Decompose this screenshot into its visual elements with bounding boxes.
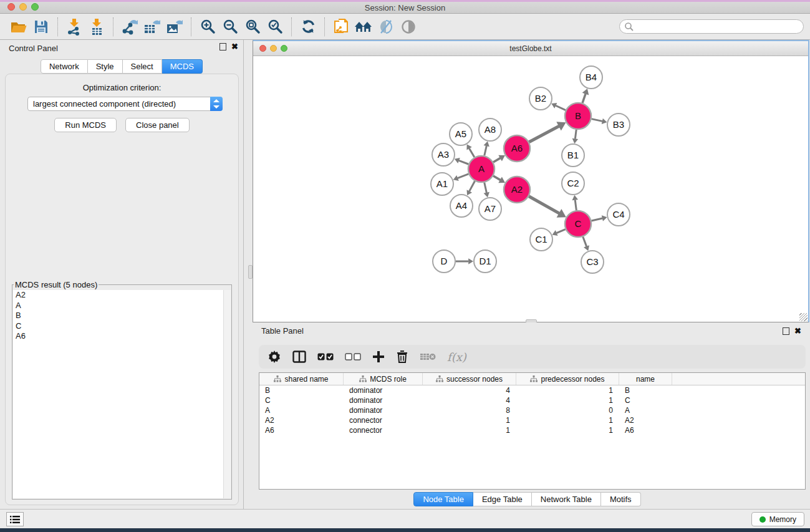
table-cell[interactable]: connector	[344, 425, 423, 435]
task-history-button[interactable]	[6, 512, 24, 526]
zoom-in-button[interactable]	[196, 16, 219, 37]
export-image-button[interactable]	[163, 16, 186, 37]
add-column-button[interactable]	[372, 349, 385, 365]
delete-column-button[interactable]	[396, 349, 408, 365]
hide-panel-button[interactable]	[375, 16, 397, 37]
float-panel-icon[interactable]	[783, 327, 789, 335]
result-item[interactable]: B	[13, 311, 231, 321]
table-cell[interactable]: 0	[516, 405, 619, 415]
close-window-button[interactable]	[7, 3, 15, 11]
table-cell[interactable]: 1	[423, 415, 516, 425]
mcds-result-list[interactable]: A2ABCA6	[13, 290, 231, 498]
table-cell[interactable]: 1	[516, 385, 619, 395]
table-cell[interactable]: dominator	[344, 405, 423, 415]
table-cell[interactable]: 4	[423, 385, 516, 395]
table-cell[interactable]: connector	[344, 415, 423, 425]
criterion-select[interactable]: largest connected component (directed)	[27, 97, 223, 111]
duplicate-network-button[interactable]	[330, 16, 352, 37]
edge-B-B2[interactable]	[556, 105, 566, 110]
resize-grip[interactable]	[799, 313, 808, 321]
table-cell[interactable]: 1	[516, 425, 619, 435]
table-cell[interactable]: A	[259, 405, 344, 415]
table-row[interactable]: A2connector11A2	[259, 415, 805, 425]
table-cell[interactable]: 1	[423, 425, 516, 435]
memory-button[interactable]: Memory	[751, 512, 804, 526]
import-network-button[interactable]	[63, 16, 85, 37]
tab-select[interactable]: Select	[123, 59, 162, 74]
tab-network-table[interactable]: Network Table	[532, 492, 601, 506]
toggle-columns-button[interactable]	[292, 349, 306, 365]
export-table-button[interactable]	[141, 16, 163, 37]
delete-table-button[interactable]	[420, 349, 436, 365]
table-cell[interactable]: A6	[259, 425, 344, 435]
edge-A2-C[interactable]	[529, 196, 559, 214]
table-cell[interactable]: B	[619, 385, 672, 395]
gear-button[interactable]	[268, 349, 281, 365]
table-cell[interactable]: A2	[259, 415, 344, 425]
column-header-successor-nodes[interactable]: successor nodes	[423, 373, 516, 385]
edge-A-A8[interactable]	[485, 146, 486, 156]
table-cell[interactable]: 4	[423, 395, 516, 405]
edge-B-B1[interactable]	[575, 130, 576, 139]
tab-node-table[interactable]: Node Table	[413, 492, 473, 506]
open-file-button[interactable]	[7, 16, 30, 37]
table-cell[interactable]: B	[259, 385, 344, 395]
node-table[interactable]: shared nameMCDS rolesuccessor nodesprede…	[259, 372, 806, 490]
tab-motifs[interactable]: Motifs	[601, 492, 641, 506]
float-panel-icon[interactable]	[219, 43, 226, 51]
edge-C-C1[interactable]	[556, 230, 565, 233]
tab-edge-table[interactable]: Edge Table	[473, 492, 532, 506]
result-scrollbar[interactable]	[223, 290, 231, 498]
main-titlebar[interactable]: Session: New Session	[0, 2, 810, 14]
minimize-window-button[interactable]	[19, 3, 27, 11]
table-cell[interactable]: A2	[619, 415, 672, 425]
result-item[interactable]: A	[13, 301, 231, 311]
function-builder-button[interactable]: f(x)	[447, 351, 466, 364]
table-cell[interactable]: dominator	[344, 385, 423, 395]
column-header-shared-name[interactable]: shared name	[259, 373, 344, 385]
table-row[interactable]: Adominator80A	[259, 405, 805, 415]
edge-B-B4[interactable]	[582, 94, 586, 103]
network-canvas[interactable]: B4B2BB3A8A5A6A3B1AC2A1A2A4A7C4CC1DD1C3	[253, 56, 808, 322]
tab-mcds[interactable]: MCDS	[162, 59, 203, 74]
edge-A-A1[interactable]	[458, 174, 469, 178]
home-button[interactable]	[352, 16, 375, 37]
close-view-button[interactable]	[259, 45, 266, 52]
table-row[interactable]: Cdominator41C	[259, 395, 805, 405]
refresh-button[interactable]	[297, 16, 319, 37]
tab-style[interactable]: Style	[88, 59, 123, 74]
edge-A6-B[interactable]	[529, 126, 559, 142]
zoom-out-button[interactable]	[219, 16, 241, 37]
table-cell[interactable]: C	[259, 395, 344, 405]
import-table-button[interactable]	[85, 16, 108, 37]
result-item[interactable]: A6	[13, 331, 231, 342]
edge-A-A2[interactable]	[493, 176, 500, 180]
edge-C-C4[interactable]	[591, 218, 602, 221]
column-header-MCDS-role[interactable]: MCDS role	[344, 373, 423, 385]
result-item[interactable]: A2	[13, 290, 231, 301]
table-row[interactable]: Bdominator41B	[259, 385, 805, 395]
export-network-button[interactable]	[118, 16, 141, 37]
edge-C-C3[interactable]	[583, 237, 587, 247]
zoom-view-button[interactable]	[281, 45, 287, 52]
edge-A-A4[interactable]	[470, 181, 475, 191]
edge-B-B3[interactable]	[592, 119, 602, 122]
table-cell[interactable]: 8	[423, 405, 516, 415]
deselect-all-button[interactable]	[345, 349, 361, 365]
close-panel-icon[interactable]: ✖	[794, 327, 801, 335]
search-input[interactable]	[634, 22, 803, 31]
save-session-button[interactable]	[30, 16, 52, 37]
minimize-view-button[interactable]	[270, 45, 277, 52]
close-panel-icon[interactable]: ✖	[231, 43, 238, 51]
edge-A-A7[interactable]	[485, 182, 487, 193]
edge-A-A3[interactable]	[459, 160, 469, 164]
select-all-button[interactable]	[317, 349, 334, 365]
run-mcds-button[interactable]: Run MCDS	[54, 118, 117, 132]
table-cell[interactable]: 1	[516, 395, 619, 405]
edge-A-A5[interactable]	[470, 148, 475, 157]
zoom-fit-button[interactable]	[241, 16, 264, 37]
table-row[interactable]: A6connector11A6	[259, 425, 805, 435]
network-view-window[interactable]: testGlobe.txt B4B2BB3A8A5A6A3B1AC2A1A2A4…	[253, 40, 809, 322]
table-cell[interactable]: A	[619, 405, 672, 415]
table-cell[interactable]: C	[619, 395, 672, 405]
